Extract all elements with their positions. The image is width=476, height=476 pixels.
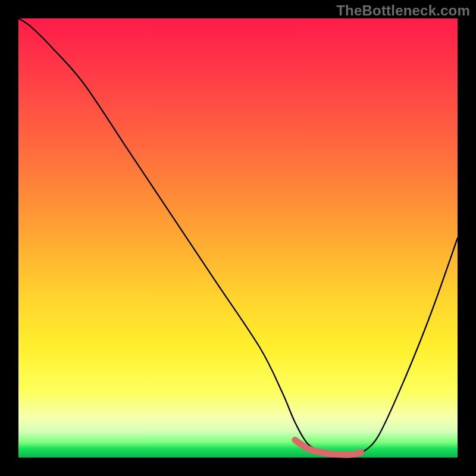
curve-layer: [18, 18, 458, 458]
watermark-text: TheBottleneck.com: [336, 2, 470, 19]
chart-frame: TheBottleneck.com: [0, 0, 476, 476]
plot-area: [18, 18, 458, 458]
optimal-range-highlight: [295, 440, 361, 455]
bottleneck-curve: [18, 18, 458, 456]
